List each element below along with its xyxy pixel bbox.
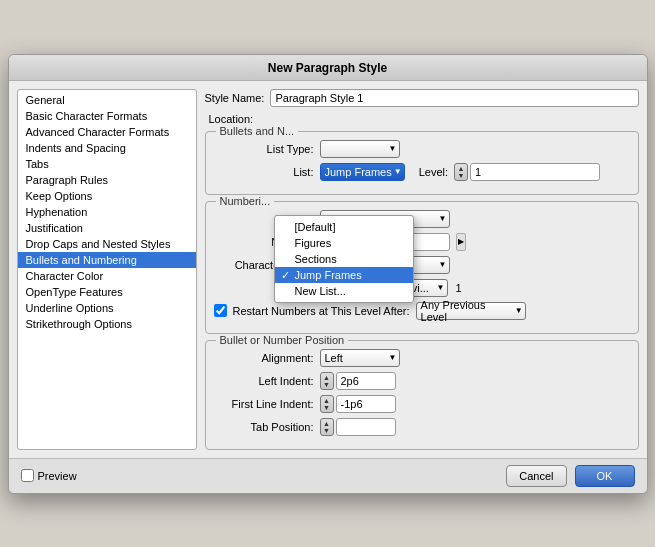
level-spinner[interactable]: ▲ ▼ [454,163,468,181]
footer-buttons: Cancel OK [506,465,634,487]
left-nav-item[interactable]: Advanced Character Formats [18,124,196,140]
checkmark-icon: ✓ [281,269,290,282]
left-nav-item[interactable]: General [18,92,196,108]
left-nav-item[interactable]: Indents and Spacing [18,140,196,156]
left-nav-item[interactable]: Paragraph Rules [18,172,196,188]
bullets-section: Bullets and N... List Type: ▼ List: [205,131,639,195]
left-indent-group: ▲ ▼ [320,372,396,390]
alignment-label: Alignment: [214,352,314,364]
mode-number: 1 [456,282,462,294]
list-row: List: Jump Frames ▼ [Default]FiguresSect… [214,163,630,181]
tab-position-input[interactable] [336,418,396,436]
restart-label: Restart Numbers at This Level After: [233,305,410,317]
left-nav-item[interactable]: Character Color [18,268,196,284]
list-select[interactable]: Jump Frames ▼ [320,163,405,181]
cancel-button[interactable]: Cancel [506,465,566,487]
list-label: List: [214,166,314,178]
level-group: ▲ ▼ [454,163,600,181]
number-expand-btn[interactable]: ▶ [456,233,466,251]
restart-select[interactable]: Any Previous Level ▼ [416,302,526,320]
alignment-row: Alignment: Left ▼ [214,349,630,367]
new-paragraph-style-dialog: New Paragraph Style GeneralBasic Charact… [8,54,648,494]
bullets-section-title: Bullets and N... [216,125,299,137]
dropdown-item[interactable]: [Default] [275,219,413,235]
left-nav-item[interactable]: Tabs [18,156,196,172]
left-indent-spinner[interactable]: ▲ ▼ [320,372,334,390]
preview-label: Preview [38,470,77,482]
restart-row: Restart Numbers at This Level After: Any… [214,302,630,320]
list-type-select[interactable]: ▼ [320,140,400,158]
list-value: Jump Frames [325,166,392,178]
left-indent-row: Left Indent: ▲ ▼ [214,372,630,390]
first-line-input[interactable] [336,395,396,413]
list-select-group: Jump Frames ▼ [320,163,405,181]
dropdown-list: [Default]FiguresSections✓Jump FramesNew … [275,216,413,302]
tab-position-spinner[interactable]: ▲ ▼ [320,418,334,436]
alignment-value: Left [325,352,387,364]
numbering-section: Numberi... Format: 1, 2, 3, 4... ▼ Numbe… [205,201,639,334]
left-nav-item[interactable]: Hyphenation [18,204,196,220]
list-type-select-group: ▼ [320,140,400,158]
dropdown-item[interactable]: Sections [275,251,413,267]
list-type-row: List Type: ▼ [214,140,630,158]
first-line-row: First Line Indent: ▲ ▼ [214,395,630,413]
left-panel: GeneralBasic Character FormatsAdvanced C… [17,89,197,450]
left-indent-label: Left Indent: [214,375,314,387]
left-indent-input[interactable] [336,372,396,390]
dialog-body: GeneralBasic Character FormatsAdvanced C… [9,81,647,458]
tab-position-label: Tab Position: [214,421,314,433]
alignment-select[interactable]: Left ▼ [320,349,400,367]
preview-group: Preview [21,469,77,482]
numbering-section-title: Numberi... [216,195,275,207]
first-line-label: First Line Indent: [214,398,314,410]
tab-position-row: Tab Position: ▲ ▼ [214,418,630,436]
first-line-group: ▲ ▼ [320,395,396,413]
list-type-label: List Type: [214,143,314,155]
dialog-title: New Paragraph Style [9,55,647,81]
left-nav-item[interactable]: Strikethrough Options [18,316,196,332]
level-label: Level: [419,166,448,178]
preview-checkbox[interactable] [21,469,34,482]
tab-position-group: ▲ ▼ [320,418,396,436]
level-input[interactable] [470,163,600,181]
left-nav-list: GeneralBasic Character FormatsAdvanced C… [18,90,196,334]
list-dropdown: [Default]FiguresSections✓Jump FramesNew … [274,215,414,303]
left-nav-item[interactable]: Drop Caps and Nested Styles [18,236,196,252]
dropdown-item[interactable]: New List... [275,283,413,299]
left-nav-item[interactable]: Keep Options [18,188,196,204]
left-nav-item[interactable]: OpenType Features [18,284,196,300]
location-label: Location: [209,113,254,125]
position-section-title: Bullet or Number Position [216,334,349,346]
ok-button[interactable]: OK [575,465,635,487]
left-nav-item[interactable]: Underline Options [18,300,196,316]
right-panel: Style Name: Location: Bullets and N... L… [205,89,639,450]
style-name-label: Style Name: [205,92,265,104]
location-row: Location: [209,113,639,125]
restart-value: Any Previous Level [421,299,513,323]
position-section: Bullet or Number Position Alignment: Lef… [205,340,639,450]
restart-checkbox[interactable] [214,304,227,317]
left-nav-item[interactable]: Basic Character Formats [18,108,196,124]
dialog-footer: Preview Cancel OK [9,458,647,493]
dropdown-item[interactable]: ✓Jump Frames [275,267,413,283]
style-name-row: Style Name: [205,89,639,107]
style-name-input[interactable] [270,89,638,107]
left-nav-item[interactable]: Justification [18,220,196,236]
left-nav-item[interactable]: Bullets and Numbering [18,252,196,268]
dropdown-item[interactable]: Figures [275,235,413,251]
first-line-spinner[interactable]: ▲ ▼ [320,395,334,413]
